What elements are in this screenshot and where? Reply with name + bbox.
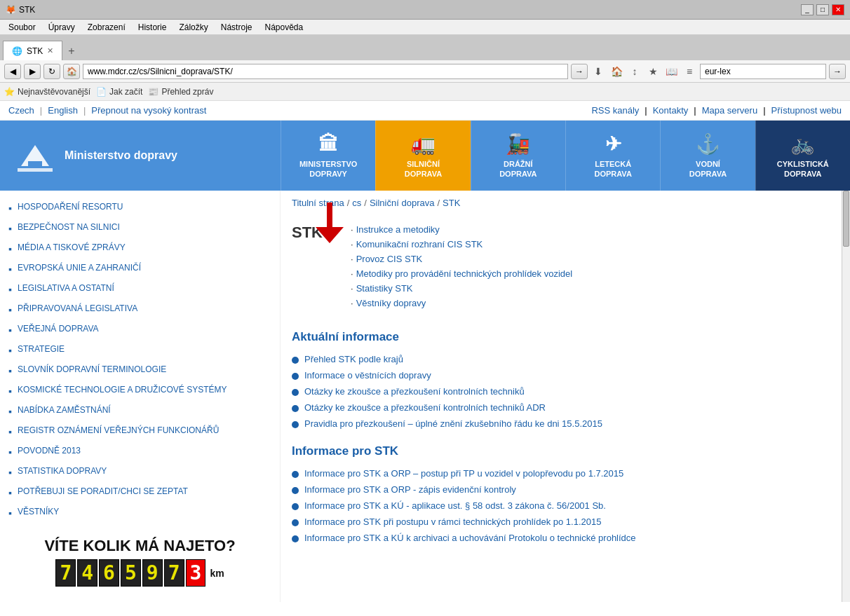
list-bullet — [292, 503, 299, 510]
stk-link-item[interactable]: ·Provoz CIS STK — [351, 252, 572, 266]
site-wrapper: Czech | English | Přepnout na vysoký kon… — [0, 101, 850, 602]
bookmark-icon[interactable]: 📖 — [663, 64, 679, 79]
sidebar-item[interactable]: ▪PŘIPRAVOVANÁ LEGISLATIVA — [0, 299, 280, 320]
stk-link-item[interactable]: ·Instrukce a metodiky — [351, 222, 572, 237]
bookmark-nejnavstevovanejsi[interactable]: ⭐ Nejnavštěvovanější — [4, 87, 90, 97]
go-button[interactable]: → — [571, 64, 588, 79]
link-bullet-icon: · — [351, 298, 353, 308]
sidebar-item[interactable]: ▪POVODNĚ 2013 — [0, 442, 280, 462]
home-icon[interactable]: 🏠 — [609, 64, 624, 79]
contacts-link[interactable]: Kontakty — [653, 105, 689, 116]
list-bullet — [292, 421, 299, 428]
home-button[interactable]: 🏠 — [63, 64, 80, 79]
nav-ministerstvo[interactable]: 🏛 MINISTERSTVODOPRAVY — [281, 121, 375, 191]
browser-scrollbar[interactable] — [842, 191, 850, 602]
menu-zalozky[interactable]: Záložky — [173, 22, 213, 33]
stk-link-item[interactable]: ·Věstníky dopravy — [351, 296, 572, 310]
menu-icon[interactable]: ≡ — [682, 64, 697, 79]
stk-link-item[interactable]: ·Statistiky STK — [351, 281, 572, 296]
search-go-button[interactable]: → — [829, 64, 846, 79]
logo-icon — [14, 135, 56, 177]
menu-upravy[interactable]: Úpravy — [43, 22, 81, 33]
close-button[interactable]: ✕ — [832, 4, 844, 15]
star-icon[interactable]: ★ — [645, 64, 661, 79]
sidebar-item[interactable]: ▪NABÍDKA ZAMĚSTNÁNÍ — [0, 401, 280, 421]
sync-icon[interactable]: ↕ — [627, 64, 642, 79]
rss-link[interactable]: RSS kanály — [591, 105, 639, 116]
svg-marker-5 — [316, 227, 344, 243]
lang-contrast-link[interactable]: Přepnout na vysoký kontrast — [91, 105, 206, 116]
accessibility-link[interactable]: Přístupnost webu — [771, 105, 842, 116]
map-link[interactable]: Mapa serveru — [702, 105, 757, 116]
sidebar-item[interactable]: ▪STATISTIKA DOPRAVY — [0, 462, 280, 482]
list-link[interactable]: Informace pro STK a ORP – postup při TP … — [304, 468, 623, 479]
tab-stk[interactable]: 🌐 STK ✕ — [3, 41, 62, 60]
list-link[interactable]: Otázky ke zkoušce a přezkoušení kontroln… — [304, 386, 525, 397]
sidebar-item[interactable]: ▪SLOVNÍK DOPRAVNÍ TERMINOLOGIE — [0, 360, 280, 381]
breadcrumb-stk[interactable]: STK — [443, 198, 460, 208]
download-icon[interactable]: ⬇ — [591, 64, 606, 79]
scrollbar-thumb[interactable] — [843, 191, 849, 247]
bookmark-prehled-zprav[interactable]: 📰 Přehled zpráv — [148, 87, 213, 97]
new-tab-button[interactable]: + — [62, 42, 80, 60]
sidebar-item-label: MÉDIA A TISKOVÉ ZPRÁVY — [18, 242, 126, 252]
nav-drazni[interactable]: 🚂 DRÁŽNÍDOPRAVA — [471, 121, 565, 191]
sidebar-item[interactable]: ▪KOSMICKÉ TECHNOLOGIE A DRUŽICOVÉ SYSTÉM… — [0, 381, 280, 401]
title-controls[interactable]: _ □ ✕ — [801, 4, 844, 15]
section-list-0: Přehled STK podle krajů Informace o věst… — [292, 351, 830, 432]
sidebar-item[interactable]: ▪LEGISLATIVA A OSTATNÍ — [0, 279, 280, 299]
sidebar-item[interactable]: ▪HOSPODAŘENÍ RESORTU — [0, 198, 280, 218]
counter-digit: 7 — [55, 559, 76, 587]
nav-letecka[interactable]: ✈ LETECKÁDOPRAVA — [565, 121, 660, 191]
sidebar-item[interactable]: ▪BEZPEČNOST NA SILNICI — [0, 218, 280, 238]
sidebar: ▪HOSPODAŘENÍ RESORTU▪BEZPEČNOST NA SILNI… — [0, 191, 281, 602]
sidebar-item[interactable]: ▪EVROPSKÁ UNIE A ZAHRANIČÍ — [0, 259, 280, 279]
list-link[interactable]: Informace pro STK a ORP - zápis evidenčn… — [304, 484, 516, 495]
link-bullet-icon: · — [351, 254, 353, 264]
list-link[interactable]: Otázky ke zkoušce a přezkoušení kontroln… — [304, 402, 546, 413]
search-input[interactable] — [700, 64, 826, 79]
sidebar-item-label: REGISTR OZNÁMENÍ VEŘEJNÝCH FUNKCIONÁŘŮ — [18, 425, 219, 435]
menu-nastroje[interactable]: Nástroje — [215, 22, 258, 33]
reload-button[interactable]: ↻ — [43, 64, 60, 79]
list-link[interactable]: Informace pro STK a KÚ k archivaci a uch… — [304, 533, 636, 543]
link-bullet-icon: · — [351, 268, 353, 279]
sidebar-item[interactable]: ▪MÉDIA A TISKOVÉ ZPRÁVY — [0, 238, 280, 259]
nav-cyklisticka[interactable]: 🚲 CYKLISTICKÁDOPRAVA — [755, 121, 850, 191]
list-link[interactable]: Pravidla pro přezkoušení – úplné znění z… — [304, 418, 602, 429]
forward-button[interactable]: ▶ — [24, 64, 41, 79]
sidebar-item[interactable]: ▪VĚSTNÍKY — [0, 502, 280, 523]
menu-napoveda[interactable]: Nápověda — [259, 22, 309, 33]
nav-silnicni[interactable]: 🚛 SILNIČNÍDOPRAVA — [375, 121, 470, 191]
list-bullet — [292, 389, 299, 396]
lang-czech-link[interactable]: Czech — [8, 105, 34, 116]
list-link[interactable]: Informace pro STK při postupu v rámci te… — [304, 516, 601, 527]
sidebar-item-label: VĚSTNÍKY — [18, 507, 59, 516]
menu-historie[interactable]: Historie — [133, 22, 173, 33]
menu-soubor[interactable]: Soubor — [3, 22, 41, 33]
lang-english-link[interactable]: English — [48, 105, 78, 116]
list-item: Otázky ke zkoušce a přezkoušení kontroln… — [292, 399, 830, 416]
address-bar[interactable] — [83, 64, 568, 79]
sidebar-item[interactable]: ▪VEŘEJNÁ DOPRAVA — [0, 320, 280, 340]
back-button[interactable]: ◀ — [4, 64, 21, 79]
minimize-button[interactable]: _ — [801, 4, 814, 15]
counter-digit: 4 — [77, 559, 97, 587]
tab-close-button[interactable]: ✕ — [47, 46, 53, 55]
list-link[interactable]: Přehled STK podle krajů — [304, 354, 403, 364]
breadcrumb-silnicni[interactable]: Silniční doprava — [370, 198, 435, 208]
bookmark-jak-zacit[interactable]: 📄 Jak začít — [96, 87, 142, 97]
sidebar-item[interactable]: ▪STRATEGIE — [0, 340, 280, 360]
menu-zobrazeni[interactable]: Zobrazení — [82, 22, 131, 33]
nav-vodni[interactable]: ⚓ VODNÍDOPRAVA — [660, 121, 755, 191]
list-link[interactable]: Informace o věstnících dopravy — [304, 370, 431, 381]
sidebar-item[interactable]: ▪POTŘEBUJI SE PORADIT/CHCI SE ZEPTAT — [0, 482, 280, 502]
maximize-button[interactable]: □ — [816, 4, 829, 15]
breadcrumb-cs[interactable]: cs — [352, 198, 361, 208]
sidebar-item[interactable]: ▪REGISTR OZNÁMENÍ VEŘEJNÝCH FUNKCIONÁŘŮ — [0, 421, 280, 442]
stk-link-item[interactable]: ·Metodiky pro provádění technických proh… — [351, 266, 572, 281]
sidebar-bullet: ▪ — [8, 324, 12, 336]
stk-link-item[interactable]: ·Komunikační rozhraní CIS STK — [351, 237, 572, 252]
section-title-1: Informace pro STK — [292, 444, 830, 458]
list-link[interactable]: Informace pro STK a KÚ - aplikace ust. §… — [304, 500, 606, 511]
